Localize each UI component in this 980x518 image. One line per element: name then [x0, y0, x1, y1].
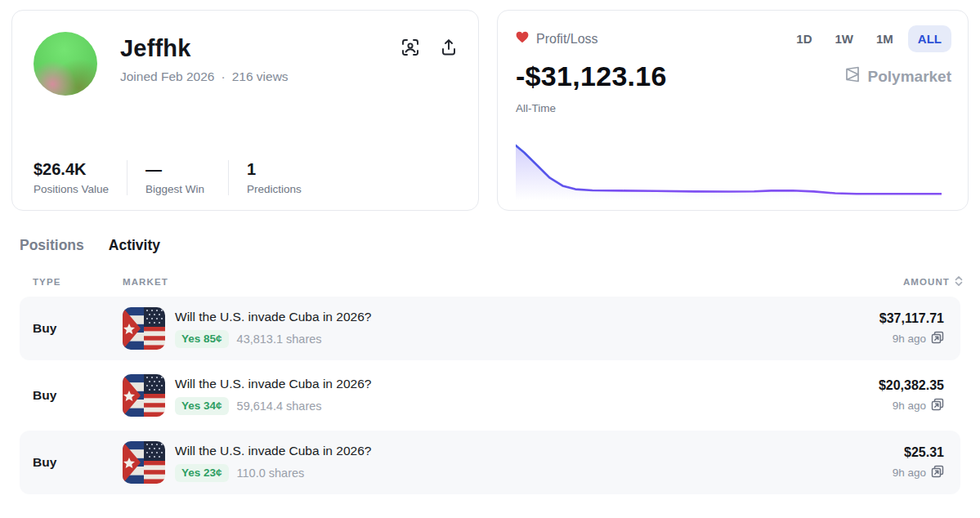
pnl-line — [516, 145, 942, 194]
views-count: 216 views — [232, 69, 289, 84]
trade-amount: $37,117.71 — [879, 311, 944, 326]
col-market: MARKET — [123, 277, 903, 287]
avatar — [34, 32, 97, 96]
trade-amount: $20,382.35 — [879, 378, 944, 393]
trade-time: 9h ago — [893, 400, 926, 412]
profile-meta: Joined Feb 2026 · 216 views — [120, 69, 289, 84]
trade-time: 9h ago — [893, 333, 926, 345]
polymarket-label: Polymarket — [868, 68, 951, 86]
meta-dot: · — [221, 69, 225, 84]
col-amount-sort[interactable]: AMOUNT — [903, 275, 964, 288]
external-link-icon[interactable] — [931, 465, 944, 480]
trade-type: Buy — [33, 455, 123, 470]
pnl-value: -$31,123.16 — [516, 60, 667, 92]
shares-label: 59,614.4 shares — [237, 400, 322, 413]
outcome-badge: Yes 34¢ — [175, 397, 229, 415]
activity-row[interactable]: Buy Will the U.S. invade Cuba in 2026? Y… — [20, 297, 960, 360]
table-header: TYPE MARKET AMOUNT — [0, 254, 980, 297]
market-thumbnail-flags — [123, 307, 165, 350]
market-thumbnail-flags — [123, 374, 165, 417]
market-thumbnail-flags — [123, 441, 165, 484]
sort-icon — [954, 275, 964, 288]
scan-profile-icon[interactable] — [401, 38, 419, 56]
username: Jeffhk — [120, 35, 289, 62]
activity-row[interactable]: Buy Will the U.S. invade Cuba in 2026? Y… — [20, 431, 960, 494]
time-filters: 1D 1W 1M ALL — [788, 25, 951, 52]
joined-date: Joined Feb 2026 — [120, 69, 214, 84]
filter-1d[interactable]: 1D — [788, 25, 820, 52]
stat-positions-value: $26.4K Positions Value — [34, 160, 128, 195]
polymarket-brand: Polymarket — [844, 65, 951, 87]
filter-all[interactable]: ALL — [908, 25, 951, 52]
shares-label: 110.0 shares — [237, 467, 305, 480]
outcome-badge: Yes 85¢ — [175, 330, 229, 348]
activity-row[interactable]: Buy Will the U.S. invade Cuba in 2026? Y… — [20, 364, 960, 427]
profile-card: Jeffhk Joined Feb 2026 · 216 views — [11, 10, 479, 211]
market-title[interactable]: Will the U.S. invade Cuba in 2026? — [175, 444, 371, 458]
pnl-period: All-Time — [516, 102, 951, 114]
pnl-chart — [516, 141, 942, 200]
tab-positions[interactable]: Positions — [20, 237, 84, 254]
col-type: TYPE — [33, 277, 123, 287]
external-link-icon[interactable] — [931, 331, 944, 346]
tab-activity[interactable]: Activity — [109, 237, 160, 254]
heart-icon — [516, 31, 529, 47]
share-icon[interactable] — [441, 38, 457, 56]
pnl-title: Profit/Loss — [536, 32, 598, 47]
market-title[interactable]: Will the U.S. invade Cuba in 2026? — [175, 310, 371, 324]
trade-amount: $25.31 — [893, 445, 944, 460]
trade-type: Buy — [33, 388, 123, 403]
market-title[interactable]: Will the U.S. invade Cuba in 2026? — [175, 377, 371, 391]
top-cards: Jeffhk Joined Feb 2026 · 216 views — [0, 0, 980, 211]
activity-rows: Buy Will the U.S. invade Cuba in 2026? Y… — [0, 297, 980, 494]
polymarket-logo-icon — [844, 65, 861, 87]
pnl-card: Profit/Loss 1D 1W 1M ALL -$31,123.16 Pol… — [497, 10, 969, 211]
shares-label: 43,813.1 shares — [237, 333, 322, 346]
col-amount-label: AMOUNT — [903, 277, 950, 287]
profile-tabs: Positions Activity — [0, 211, 980, 254]
external-link-icon[interactable] — [931, 398, 944, 413]
filter-1m[interactable]: 1M — [868, 25, 902, 52]
trade-type: Buy — [33, 321, 123, 336]
profile-stats: $26.4K Positions Value — Biggest Win 1 P… — [34, 160, 457, 195]
filter-1w[interactable]: 1W — [826, 25, 861, 52]
outcome-badge: Yes 23¢ — [175, 464, 229, 482]
stat-biggest-win: — Biggest Win — [145, 160, 229, 195]
trade-time: 9h ago — [893, 467, 926, 479]
stat-predictions: 1 Predictions — [247, 160, 330, 195]
